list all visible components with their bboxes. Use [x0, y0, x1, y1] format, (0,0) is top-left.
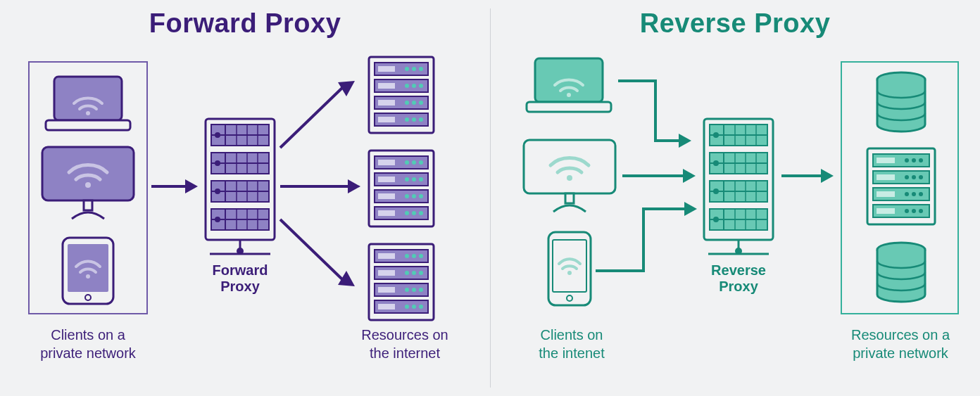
svg-point-116 — [567, 175, 572, 181]
reverse-proxy-label: Reverse Proxy — [705, 262, 772, 295]
desktop-icon — [39, 144, 137, 222]
svg-rect-1 — [46, 120, 130, 130]
svg-rect-65 — [378, 117, 395, 122]
svg-point-57 — [412, 84, 416, 88]
svg-rect-4 — [84, 200, 92, 210]
database-icon — [873, 71, 929, 133]
arrow-right-icon — [279, 176, 363, 197]
svg-point-164 — [912, 158, 916, 162]
svg-point-52 — [412, 67, 416, 71]
svg-point-163 — [905, 158, 909, 162]
svg-point-56 — [405, 84, 409, 88]
svg-point-113 — [567, 93, 571, 97]
reverse-resources-caption: Resources on a private network — [834, 326, 967, 362]
svg-point-61 — [405, 101, 409, 105]
svg-rect-115 — [565, 193, 574, 203]
arrow-right-up-icon — [279, 81, 363, 151]
arrow-right-icon — [150, 176, 199, 197]
svg-marker-121 — [679, 134, 691, 148]
svg-point-83 — [412, 194, 416, 198]
svg-point-108 — [405, 305, 409, 309]
svg-point-78 — [412, 177, 416, 181]
reverse-title: Reverse Proxy — [490, 8, 980, 39]
database-icon — [873, 241, 929, 303]
svg-rect-81 — [378, 193, 395, 199]
svg-point-72 — [405, 160, 409, 165]
reverse-clients-caption: Clients on the intenet — [515, 326, 628, 362]
svg-point-67 — [412, 117, 416, 122]
svg-point-99 — [412, 271, 416, 275]
svg-rect-107 — [378, 304, 395, 309]
arrow-right-icon — [621, 165, 698, 186]
proxy-server-icon — [201, 116, 279, 257]
svg-point-103 — [405, 288, 409, 292]
svg-marker-124 — [684, 202, 697, 216]
reverse-proxy-panel: Reverse Proxy — [490, 0, 980, 396]
svg-marker-158 — [821, 169, 834, 183]
arrow-elbow-up-right-icon — [594, 200, 700, 278]
svg-marker-11 — [185, 179, 198, 193]
reverse-stage: Reverse Proxy — [496, 39, 974, 383]
svg-point-51 — [405, 67, 409, 71]
tablet-icon — [61, 236, 115, 306]
forward-title: Forward Proxy — [0, 8, 490, 39]
svg-rect-172 — [877, 191, 895, 197]
server-rack-icon — [366, 241, 436, 323]
svg-point-63 — [419, 101, 423, 105]
proxy-server-icon — [700, 116, 777, 257]
svg-point-168 — [905, 175, 909, 179]
arrow-right-icon — [780, 165, 836, 186]
svg-point-53 — [419, 67, 423, 71]
svg-point-66 — [405, 117, 409, 122]
svg-point-94 — [412, 254, 416, 258]
svg-point-100 — [419, 271, 423, 275]
forward-stage: Forward Proxy — [6, 39, 484, 383]
laptop-icon — [525, 57, 612, 115]
forward-proxy-label: Forward Proxy — [206, 262, 274, 295]
svg-point-2 — [86, 111, 90, 115]
server-rack-icon — [366, 54, 436, 136]
svg-point-104 — [412, 288, 416, 292]
server-rack-icon — [865, 146, 938, 227]
svg-point-165 — [919, 158, 923, 162]
svg-rect-92 — [378, 253, 395, 259]
svg-point-89 — [419, 211, 423, 215]
svg-point-68 — [419, 117, 423, 122]
svg-rect-76 — [378, 177, 395, 182]
svg-point-170 — [919, 175, 923, 179]
svg-point-179 — [912, 209, 916, 213]
svg-point-79 — [419, 177, 423, 181]
svg-rect-167 — [877, 174, 895, 180]
svg-point-74 — [419, 160, 423, 165]
svg-point-98 — [405, 271, 409, 275]
svg-point-178 — [905, 209, 909, 213]
svg-point-173 — [905, 192, 909, 196]
svg-point-82 — [405, 194, 409, 198]
svg-point-58 — [419, 84, 423, 88]
svg-point-175 — [919, 192, 923, 196]
forward-clients-caption: Clients on a private network — [27, 326, 149, 362]
svg-point-93 — [405, 254, 409, 258]
forward-proxy-panel: Forward Proxy — [0, 0, 490, 396]
svg-rect-162 — [877, 158, 895, 163]
svg-rect-60 — [378, 100, 395, 106]
arrow-elbow-down-right-icon — [617, 77, 694, 155]
server-rack-icon — [366, 148, 436, 229]
svg-point-110 — [419, 305, 423, 309]
svg-rect-112 — [527, 102, 611, 112]
svg-rect-71 — [378, 160, 395, 165]
phone-icon — [546, 230, 593, 307]
svg-point-84 — [419, 194, 423, 198]
svg-point-180 — [919, 209, 923, 213]
svg-point-120 — [567, 271, 572, 275]
svg-rect-55 — [378, 83, 395, 89]
svg-point-77 — [405, 177, 409, 181]
svg-point-88 — [412, 211, 416, 215]
svg-marker-46 — [348, 179, 360, 193]
svg-point-9 — [86, 274, 90, 279]
svg-point-174 — [912, 192, 916, 196]
svg-point-62 — [412, 101, 416, 105]
svg-rect-102 — [378, 287, 395, 293]
svg-point-95 — [419, 254, 423, 258]
svg-rect-86 — [378, 210, 395, 216]
